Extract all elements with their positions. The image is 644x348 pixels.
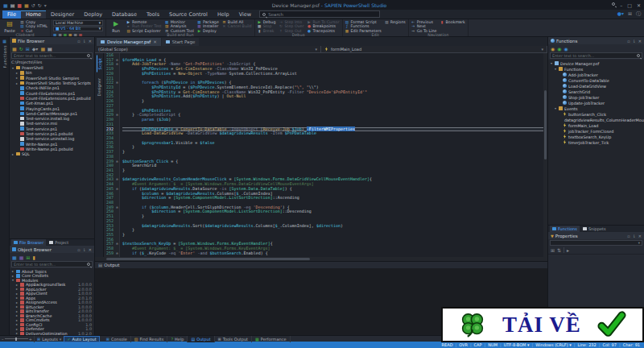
ribbon-btn-bookmark[interactable]: ▮Bookmark [440, 20, 464, 24]
refresh-icon[interactable]: ↻ [19, 46, 23, 52]
tree-item-sql[interactable]: ▸SQL [10, 151, 94, 156]
cmdlets-view-icon[interactable]: ▦ [12, 255, 17, 260]
pin-icon[interactable]: ⇂ [83, 39, 86, 44]
pin-icon[interactable]: ⇂ [83, 247, 86, 252]
ribbon-tab-help[interactable]: Help [213, 10, 234, 19]
code-editor[interactable]: $formMain_Load = { Add-JobTracker -Name … [120, 53, 543, 257]
pin-icon[interactable]: ⇂ [633, 234, 636, 238]
tree-item-update-jobtracker[interactable]: Update-JobTracker [548, 100, 644, 106]
database-view-icon[interactable]: ▮ [32, 255, 35, 260]
bottom-tab-performance[interactable]: ▦Performance [252, 336, 290, 342]
ribbon-tab-deploy[interactable]: Deploy [79, 10, 107, 19]
file-browser-search-input[interactable]: Enter text to search... [11, 52, 93, 59]
tree-item-events[interactable]: ▾Events [548, 106, 644, 111]
wrench-icon[interactable]: ▸ [564, 247, 569, 253]
account-icon[interactable]: ●▾ [617, 10, 624, 18]
tree-item-buttonsearch-click[interactable]: buttonSearch_Click [548, 111, 644, 117]
sort-az-icon[interactable]: ⇅ [557, 247, 561, 253]
left-dock-tab-file-browser[interactable]: File Browser [11, 239, 46, 246]
tree-item-timerjobtracker-tick[interactable]: timerJobTracker_Tick [548, 139, 644, 145]
ribbon-btn-regions[interactable]: ▤Regions [385, 20, 406, 24]
bottom-tab-find-results[interactable]: ▨Find Results [131, 336, 168, 342]
platform-version-select[interactable]: ■ V5 - 64 Bit▾ [53, 27, 103, 32]
ribbon-btn-cancel-build[interactable]: ✕Cancel Build [222, 24, 252, 28]
tree-item-datagridviewresults-columnheadermouseclick[interactable]: datagridviewResults_ColumnHeaderMouseCli… [548, 117, 644, 122]
auto-layout-button[interactable]: ✓ Auto Layout [64, 336, 99, 342]
document-tab-start-page[interactable]: Start Page [162, 38, 200, 46]
tree-item-add-jobtracker[interactable]: Add-JobTracker [548, 72, 644, 77]
status-utf-8-bom[interactable]: UTF-8-BOM ▾ [504, 342, 530, 347]
new-file-icon[interactable]: ▤ [47, 46, 52, 52]
editor-horizontal-scrollbar[interactable] [95, 257, 547, 261]
minimize-button[interactable]: – [620, 2, 622, 8]
ribbon-tab-home[interactable]: Home [21, 10, 46, 19]
undo-icon[interactable]: ↺ [31, 2, 35, 8]
close-button[interactable]: ✕ [637, 2, 641, 8]
tree-item-formmain-load[interactable]: formMain_Load [548, 122, 644, 128]
ribbon-tab-tools[interactable]: Tools [142, 10, 164, 19]
status-windows-crlf-[interactable]: Windows (CRLF) ▾ [535, 342, 572, 347]
tree-item-stop-jobtracker[interactable]: Stop-JobTracker [548, 94, 644, 100]
close-icon[interactable]: ✕ [638, 234, 642, 238]
maximize-button[interactable]: □ [627, 2, 632, 8]
save-icon[interactable]: ■ [17, 2, 22, 8]
editor-vertical-scrollbar[interactable] [543, 53, 547, 257]
tree-item-load-datagridview[interactable]: Load-DataGridView [548, 83, 644, 89]
right-dock-tab-snippets[interactable]: Snippets [580, 226, 609, 232]
browse-folder-icon[interactable]: ▦ [12, 46, 17, 52]
maximize-panel-icon[interactable]: ▫ [77, 39, 80, 44]
tree-item-functions[interactable]: ▾Functions [548, 66, 644, 72]
sync-icon[interactable]: ⊞ [26, 46, 30, 52]
left-strip-tab-functions[interactable]: Functions [2, 45, 7, 68]
pin-icon[interactable]: ⇂ [633, 39, 636, 44]
tree-item-jobtracker-formclosed[interactable]: jobTracker_FormClosed [548, 128, 644, 134]
export-icon[interactable]: ▦ [24, 2, 29, 8]
tree-item-device-manager-psf[interactable]: ▾Device Manager.psf [548, 60, 644, 66]
ribbon-tab-view[interactable]: View [234, 10, 256, 19]
close-icon[interactable]: ✕ [638, 39, 642, 44]
bottom-tab-console[interactable]: ⊞Console [103, 336, 131, 342]
code-line-259[interactable]: if ($_.KeyCode -eq 'Enter' -and $buttonS… [122, 251, 543, 256]
redo-icon[interactable]: ↻ [38, 2, 42, 8]
maximize-panel-icon[interactable]: ▫ [77, 247, 80, 252]
close-icon[interactable]: ✕ [89, 247, 92, 252]
maximize-panel-icon[interactable]: ▫ [627, 234, 630, 238]
layout-switch-icon[interactable]: ⊞ [628, 10, 632, 18]
search-icon[interactable] [612, 2, 615, 6]
history-icon[interactable]: ◆▾ [32, 46, 39, 52]
ribbon-search-input[interactable]: Search [259, 10, 380, 18]
categorize-icon[interactable]: ⊞ [551, 247, 555, 253]
new-file-icon[interactable]: ▤ [10, 2, 15, 8]
qat-customize-icon[interactable]: ▾ [44, 2, 47, 8]
ribbon-tab-database[interactable]: Database [107, 10, 142, 19]
sort-functions-icon[interactable]: ◉ [551, 46, 555, 52]
member-dropdown[interactable]: formMain_Load▾ [321, 46, 547, 52]
tab-designer[interactable]: Designer [97, 76, 101, 98]
functions-search-input[interactable]: Enter text to search... [550, 52, 642, 59]
ribbon-btn-run[interactable]: ▶Run [109, 20, 123, 33]
group-functions-icon[interactable]: ◉ [557, 46, 561, 52]
close-icon[interactable]: ✕ [89, 39, 92, 44]
bottom-tab-help[interactable]: ?Help [167, 336, 188, 342]
wmi-view-icon[interactable]: ⊞ [26, 255, 30, 260]
types-view-icon[interactable]: ▦ [19, 255, 24, 260]
new-folder-icon[interactable]: ▦ [40, 46, 45, 52]
bottom-tab-tools-output[interactable]: ⊞Tools Output [215, 336, 252, 342]
tree-item-deliveryoptimization[interactable]: ▸DeliveryOptimization 1.0.2.0 [10, 331, 94, 335]
bottom-tab-output[interactable]: ▤Output [188, 336, 214, 342]
tab-script[interactable]: Script [97, 56, 102, 72]
ribbon-tab-file[interactable]: File [2, 10, 21, 19]
zoom-slider[interactable]: –+ [0, 337, 34, 342]
object-browser-search-input[interactable]: Enter text to search... [11, 261, 93, 267]
tree-item-convertto-datatable[interactable]: ConvertTo-DataTable [548, 77, 644, 83]
refresh-functions-icon[interactable]: ◉ [564, 46, 568, 52]
scope-dropdown[interactable]: (Global Scope)▾ [95, 46, 321, 52]
tree-item-textboxsearch-keyup[interactable]: textboxSearch_KeyUp [548, 134, 644, 139]
ribbon-tab-designer[interactable]: Designer [46, 10, 79, 19]
maximize-panel-icon[interactable]: ▫ [627, 39, 630, 44]
ribbon-tab-source-control[interactable]: Source Control [164, 10, 213, 19]
tree-item-searchgrid[interactable]: SearchGrid [548, 89, 644, 94]
info-icon[interactable]: ⓘ [636, 10, 641, 18]
right-dock-tab-functions[interactable]: Functions [550, 226, 580, 232]
left-dock-tab-project[interactable]: Project [47, 239, 71, 246]
